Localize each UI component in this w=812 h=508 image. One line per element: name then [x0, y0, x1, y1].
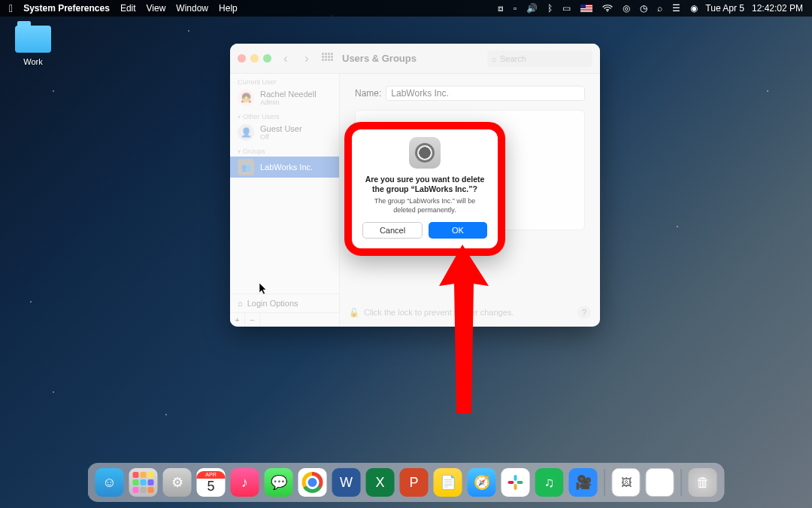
- svg-point-0: [607, 11, 608, 12]
- sidebar-user-guest[interactable]: 👤 Guest User Off: [230, 122, 339, 143]
- menu-view[interactable]: View: [147, 3, 166, 14]
- lock-text: Click the lock to prevent further change…: [364, 308, 514, 317]
- desktop-folder-work[interactable]: Work: [11, 26, 56, 66]
- battery-icon[interactable]: ▭: [562, 3, 571, 14]
- user-status: Off: [260, 133, 302, 141]
- apple-menu-icon[interactable]: : [9, 2, 13, 14]
- help-button[interactable]: ?: [577, 306, 591, 319]
- menubar-date[interactable]: Tue Apr 5: [705, 3, 744, 14]
- dock-recent-file-1[interactable]: [612, 468, 641, 497]
- search-field[interactable]: ⌕ Search: [487, 50, 592, 67]
- add-user-button[interactable]: +: [230, 313, 245, 327]
- window-title: Users & Groups: [342, 53, 417, 64]
- dock-trash[interactable]: 🗑: [689, 468, 717, 497]
- dock-excel[interactable]: X: [366, 468, 395, 497]
- svg-rect-3: [517, 481, 523, 484]
- section-current-user: Current User: [230, 74, 339, 87]
- group-name: LabWorks Inc.: [260, 163, 313, 172]
- user-icon[interactable]: ◎: [623, 3, 630, 14]
- search-icon: ⌕: [492, 54, 497, 63]
- zoom-window-button[interactable]: [263, 54, 271, 62]
- folder-icon: [15, 26, 51, 53]
- dock-notes[interactable]: 📄: [434, 468, 462, 497]
- ok-button[interactable]: OK: [429, 222, 487, 239]
- siri-icon[interactable]: ◉: [690, 3, 698, 14]
- dock-calendar[interactable]: APR5: [197, 468, 226, 497]
- dialog-subtext: The group “LabWorks Inc.” will be delete…: [362, 197, 487, 214]
- box-icon[interactable]: ▫: [514, 3, 517, 14]
- avatar-icon: 👤: [238, 124, 254, 141]
- cancel-button[interactable]: Cancel: [362, 222, 423, 239]
- nav-forward-button[interactable]: ›: [300, 52, 314, 65]
- wifi-icon[interactable]: [602, 5, 613, 12]
- mouse-cursor-icon: [259, 283, 268, 297]
- show-all-grid-button[interactable]: [321, 52, 335, 65]
- input-flag-icon[interactable]: [580, 5, 592, 12]
- volume-icon[interactable]: 🔊: [526, 3, 538, 14]
- bluetooth-icon[interactable]: ᛒ: [547, 3, 553, 14]
- group-name-input[interactable]: [386, 86, 585, 101]
- dock-messages[interactable]: 💬: [265, 468, 293, 497]
- dock: ☺ ⚙︎ APR5 ♪ 💬 W X P 📄 🧭 ♫ 🎥 🗑: [88, 463, 725, 502]
- user-name: Rachel Needell: [260, 90, 317, 99]
- users-sidebar: Current User 👧 Rachel Needell Admin ▾Oth…: [230, 74, 340, 327]
- nav-back-button[interactable]: ‹: [279, 52, 292, 65]
- login-options-button[interactable]: ⌂ Login Options: [230, 294, 339, 312]
- svg-rect-2: [514, 475, 517, 481]
- dropbox-icon[interactable]: ⧈: [498, 3, 504, 14]
- dock-zoom[interactable]: 🎥: [569, 468, 598, 497]
- delete-group-dialog: Are you sure you want to delete the grou…: [352, 129, 498, 248]
- user-role: Admin: [260, 99, 317, 106]
- menu-bar:  System Preferences Edit View Window He…: [0, 0, 812, 17]
- folder-label: Work: [11, 57, 56, 66]
- dock-powerpoint[interactable]: P: [400, 468, 429, 497]
- avatar-icon: 👧: [238, 90, 254, 106]
- menu-help[interactable]: Help: [219, 3, 238, 14]
- house-icon: ⌂: [238, 299, 243, 308]
- search-placeholder: Search: [500, 54, 526, 63]
- close-window-button[interactable]: [238, 54, 246, 62]
- dock-separator: [604, 469, 605, 496]
- dock-launchpad[interactable]: [129, 468, 158, 497]
- dock-system-preferences[interactable]: ⚙︎: [163, 468, 192, 497]
- app-name[interactable]: System Preferences: [23, 3, 110, 14]
- dock-chrome[interactable]: [298, 468, 327, 497]
- system-preferences-icon: [409, 137, 441, 169]
- dock-slack[interactable]: [501, 468, 530, 497]
- sidebar-user-rachel[interactable]: 👧 Rachel Needell Admin: [230, 87, 339, 108]
- section-other-users: ▾Other Users: [230, 108, 339, 122]
- svg-rect-4: [514, 484, 517, 490]
- control-center-icon[interactable]: ☰: [672, 3, 680, 14]
- lock-icon[interactable]: 🔓: [349, 308, 359, 318]
- spotlight-icon[interactable]: ⌕: [657, 3, 662, 14]
- dock-safari[interactable]: 🧭: [468, 468, 496, 497]
- window-toolbar: ‹ › Users & Groups ⌕ Search: [230, 44, 600, 74]
- svg-rect-5: [508, 481, 514, 484]
- section-groups: ▾Groups: [230, 143, 339, 157]
- menu-edit[interactable]: Edit: [120, 3, 136, 14]
- sidebar-group-labworks[interactable]: 👥 LabWorks Inc.: [230, 157, 339, 178]
- menu-window[interactable]: Window: [176, 3, 208, 14]
- dock-music[interactable]: ♪: [231, 468, 259, 497]
- menubar-time[interactable]: 12:42:02 PM: [752, 3, 803, 14]
- remove-user-button[interactable]: −: [245, 313, 260, 327]
- dialog-question: Are you sure you want to delete the grou…: [362, 175, 487, 194]
- dock-spotify[interactable]: ♫: [535, 468, 564, 497]
- dock-word[interactable]: W: [332, 468, 361, 497]
- name-label: Name:: [355, 88, 381, 99]
- dock-finder[interactable]: ☺: [95, 468, 124, 497]
- user-name: Guest User: [260, 124, 302, 133]
- minimize-window-button[interactable]: [250, 54, 259, 62]
- clock-icon[interactable]: ◷: [640, 3, 647, 14]
- group-icon: 👥: [238, 159, 254, 175]
- dock-separator: [681, 469, 682, 496]
- dock-recent-file-2[interactable]: [646, 468, 674, 497]
